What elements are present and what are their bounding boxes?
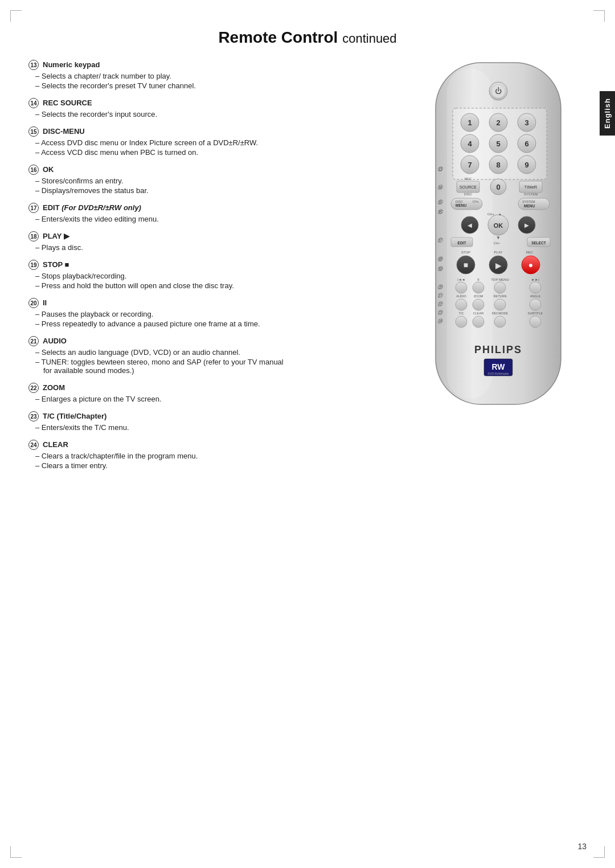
svg-text:㉑: ㉑: [437, 293, 443, 298]
section-title-13: Numeric keypad: [43, 60, 100, 69]
bullet-13-1: Selects the recorder's preset TV tuner c…: [35, 81, 290, 90]
bullet-17-0: Enters/exits the video editing menu.: [35, 215, 290, 223]
section-num-23: 23: [28, 411, 39, 421]
remote-diagram: ⏻ 1 2 3 4 5 6 7 8 9 SOURCE REC 0 TIMeR: [416, 57, 587, 412]
section-23: 23T/C (Title/Chapter)Enters/exits the T/…: [28, 411, 290, 432]
svg-text:8: 8: [496, 161, 500, 169]
svg-text:▶: ▶: [495, 261, 502, 270]
bullet-21-1: TUNER: toggles bewteen stereo, mono and …: [35, 358, 290, 375]
svg-text:⑰: ⑰: [437, 238, 443, 243]
section-title-21: AUDIO: [43, 337, 67, 345]
svg-text:AUDIO: AUDIO: [456, 294, 466, 298]
svg-point-69: [494, 282, 506, 293]
section-title-23: T/C (Title/Chapter): [43, 412, 106, 420]
svg-text:1: 1: [468, 118, 472, 127]
svg-text:4: 4: [468, 140, 472, 148]
svg-point-84: [473, 316, 484, 327]
svg-text:EDIT: EDIT: [458, 241, 466, 245]
section-17: 17EDIT (For DVD±R/±RW only)Enters/exits …: [28, 203, 290, 223]
section-title-17: EDIT (For DVD±R/±RW only): [43, 203, 141, 212]
svg-text:OK: OK: [494, 222, 503, 229]
section-num-20: 20: [28, 298, 39, 308]
svg-text:◄: ◄: [466, 221, 474, 230]
svg-text:9: 9: [524, 161, 528, 169]
section-num-16: 16: [28, 165, 39, 175]
svg-point-70: [530, 282, 541, 293]
page-title: Remote Control continued: [0, 28, 615, 47]
section-14: 14REC SOURCESelects the recorder's input…: [28, 98, 290, 118]
left-content: 13Numeric keypadSelects a chapter/ track…: [28, 60, 290, 478]
section-num-19: 19: [28, 260, 39, 270]
svg-text:⑳: ⑳: [437, 284, 443, 290]
svg-text:▼: ▼: [496, 235, 501, 240]
svg-point-77: [494, 299, 506, 310]
section-title-15: DISC-MENU: [43, 127, 85, 136]
section-title-24: CLEAR: [43, 440, 68, 449]
bullet-15-1: Access VCD disc menu when PBC is turned …: [35, 148, 290, 157]
svg-text:REC: REC: [526, 251, 534, 254]
bullet-13-0: Selects a chapter/ track number to play.: [35, 72, 290, 80]
svg-text:⑮: ⑮: [437, 199, 443, 205]
svg-point-67: [456, 282, 467, 293]
section-21: 21AUDIOSelects an audio language (DVD, V…: [28, 336, 290, 375]
section-title-19: STOP ■: [43, 260, 69, 269]
section-22: 22ZOOMEnlarges a picture on the TV scree…: [28, 383, 290, 403]
svg-text:SYSTEM: SYSTEM: [524, 193, 538, 196]
section-title-22: ZOOM: [43, 383, 65, 392]
svg-text:TOP MENU: TOP MENU: [491, 278, 509, 281]
svg-text:6: 6: [524, 140, 528, 148]
svg-point-76: [473, 299, 484, 310]
language-tab: English: [600, 91, 615, 136]
svg-text:SOURCE: SOURCE: [460, 185, 477, 189]
svg-text:⑬: ⑬: [437, 166, 443, 172]
svg-point-86: [530, 316, 541, 327]
corner-mark-tr: [593, 10, 605, 22]
svg-text:▲: ▲: [498, 212, 502, 216]
svg-text:ANGLE: ANGLE: [530, 294, 541, 298]
svg-text:CH–: CH–: [494, 241, 501, 245]
bullet-16-1: Displays/removes the status bar.: [35, 186, 290, 195]
bullet-20-1: Press repeatedly to advance a paused pic…: [35, 320, 290, 328]
section-num-14: 14: [28, 98, 39, 108]
bullet-16-0: Stores/confirms an entry.: [35, 177, 290, 185]
svg-text:5: 5: [496, 140, 500, 148]
svg-text:RW: RW: [491, 362, 505, 371]
svg-text:3: 3: [524, 118, 528, 127]
svg-text:⑯: ⑯: [437, 209, 443, 215]
svg-text:SYSTEM: SYSTEM: [522, 200, 535, 203]
corner-mark-bl: [10, 846, 22, 858]
svg-text:MENU: MENU: [524, 204, 535, 208]
svg-text:RETURN: RETURN: [494, 294, 507, 298]
svg-text:⑲: ⑲: [437, 266, 443, 272]
corner-mark-br: [593, 846, 605, 858]
section-19: 19STOP ■Stops playback/recording.Press a…: [28, 260, 290, 290]
svg-text:|◄◄: |◄◄: [457, 278, 465, 281]
section-num-15: 15: [28, 126, 39, 137]
svg-text:⑱: ⑱: [437, 256, 443, 262]
bullet-24-0: Clears a track/chapter/file in the progr…: [35, 452, 290, 460]
section-num-13: 13: [28, 60, 39, 70]
svg-text:●: ●: [528, 260, 533, 269]
svg-point-68: [473, 282, 484, 293]
svg-text:㉓: ㉓: [437, 310, 443, 316]
svg-text:►: ►: [523, 221, 531, 230]
section-18: 18PLAY ▶Plays a disc.: [28, 231, 290, 252]
svg-text:2: 2: [496, 118, 500, 127]
svg-text:STOP: STOP: [461, 251, 470, 254]
svg-text:⑭: ⑭: [437, 185, 443, 190]
svg-text:II: II: [477, 278, 479, 281]
svg-text:CH+: CH+: [473, 200, 479, 203]
section-title-20: II: [43, 298, 47, 307]
svg-text:0: 0: [496, 183, 500, 191]
bullet-20-0: Pauses the playback or recording.: [35, 310, 290, 318]
svg-text:㉔: ㉔: [437, 318, 443, 324]
bullet-23-0: Enters/exits the T/C menu.: [35, 423, 290, 432]
corner-mark-tl: [10, 10, 22, 22]
bullet-15-0: Access DVD disc menu or Index Picture sc…: [35, 138, 290, 147]
section-20: 20IIPauses the playback or recording.Pre…: [28, 298, 290, 328]
bullet-19-1: Press and hold the button will open and …: [35, 281, 290, 290]
bullet-18-0: Plays a disc.: [35, 243, 290, 252]
section-title-16: OK: [43, 165, 54, 174]
svg-text:►►|: ►►|: [531, 278, 539, 281]
section-num-21: 21: [28, 336, 39, 346]
